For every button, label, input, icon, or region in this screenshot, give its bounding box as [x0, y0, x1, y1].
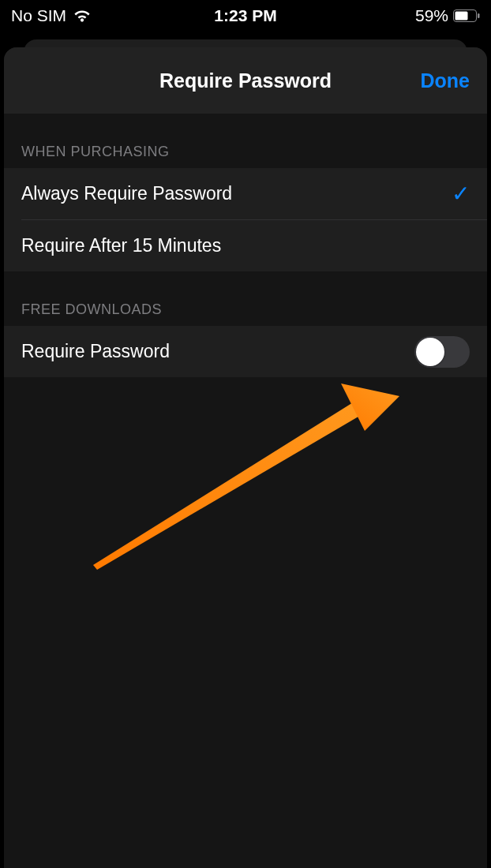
purchasing-options-group: Always Require Password ✓ Require After …: [4, 168, 487, 271]
toggle-knob: [416, 338, 444, 366]
settings-sheet: Require Password Done WHEN PURCHASING Al…: [4, 47, 487, 868]
row-require-password-free: Require Password: [4, 326, 487, 377]
svg-rect-1: [455, 12, 468, 21]
require-password-toggle[interactable]: [414, 336, 470, 368]
svg-rect-2: [478, 13, 480, 18]
option-require-after-15[interactable]: Require After 15 Minutes: [4, 220, 487, 271]
section-header-purchasing: WHEN PURCHASING: [4, 114, 487, 168]
battery-icon: [453, 9, 480, 22]
option-always-require[interactable]: Always Require Password ✓: [4, 168, 487, 219]
battery-percent: 59%: [415, 6, 448, 25]
free-downloads-group: Require Password: [4, 326, 487, 377]
carrier-text: No SIM: [11, 6, 66, 25]
toggle-label: Require Password: [21, 341, 170, 362]
option-label: Always Require Password: [21, 183, 232, 204]
page-title: Require Password: [159, 69, 332, 92]
wifi-icon: [73, 9, 92, 23]
status-bar: No SIM 1:23 PM 59%: [0, 0, 491, 32]
checkmark-icon: ✓: [452, 181, 470, 207]
section-header-free-downloads: FREE DOWNLOADS: [4, 271, 487, 326]
nav-bar: Require Password Done: [4, 47, 487, 114]
done-button[interactable]: Done: [421, 47, 470, 114]
option-label: Require After 15 Minutes: [21, 235, 221, 256]
